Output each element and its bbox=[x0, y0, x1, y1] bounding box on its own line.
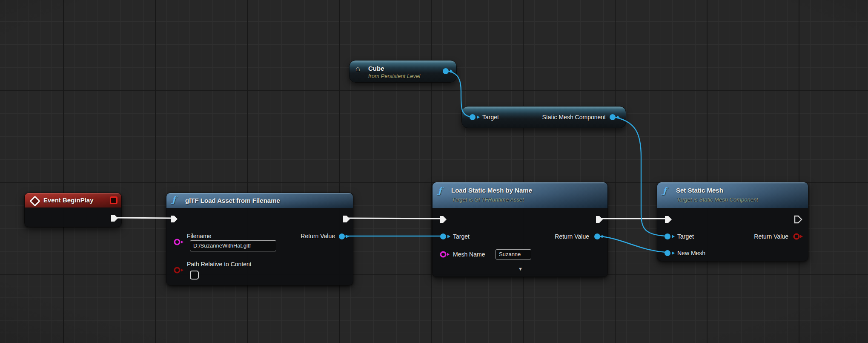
function-icon: ƒ bbox=[438, 185, 442, 196]
exec-out-pin[interactable] bbox=[109, 213, 120, 224]
collapse-arrow-icon[interactable]: ▼ bbox=[518, 266, 523, 272]
node-title: Cube bbox=[368, 64, 384, 73]
return-value-bool-pin[interactable] bbox=[793, 233, 805, 240]
node-cube-reference[interactable]: ⌂ Cube from Persistent Level bbox=[349, 60, 457, 83]
return-value-label: Return Value bbox=[301, 232, 335, 240]
return-value-pin[interactable] bbox=[594, 233, 606, 240]
node-title: Event BeginPlay bbox=[43, 196, 94, 205]
exec-in-pin[interactable] bbox=[168, 213, 179, 225]
function-icon: ƒ bbox=[663, 185, 667, 196]
function-node-header: ƒ Set Static Mesh Target is Static Mesh … bbox=[657, 182, 808, 208]
path-relative-bool-pin[interactable] bbox=[174, 266, 186, 274]
wire-layer bbox=[0, 0, 868, 343]
component-value-label: Static Mesh Component bbox=[542, 113, 606, 121]
function-node-header: ƒ glTF Load Asset from Filename bbox=[166, 193, 353, 208]
node-subtitle: Target is Static Mesh Component bbox=[676, 196, 758, 204]
component-out-pin[interactable] bbox=[609, 113, 621, 121]
new-mesh-pin[interactable] bbox=[664, 249, 676, 257]
delegate-pin[interactable] bbox=[110, 196, 117, 204]
node-title: glTF Load Asset from Filename bbox=[185, 196, 280, 205]
wire-exec-gltf-to-loadmesh[interactable] bbox=[346, 218, 442, 219]
mesh-name-string-pin[interactable] bbox=[440, 251, 452, 258]
exec-in-pin[interactable] bbox=[662, 214, 673, 225]
event-diamond-icon bbox=[29, 196, 40, 206]
return-value-label: Return Value bbox=[555, 233, 589, 240]
return-value-label: Return Value bbox=[754, 233, 788, 240]
return-value-pin[interactable] bbox=[338, 233, 350, 240]
node-title: Load Static Mesh by Name bbox=[451, 186, 532, 195]
new-mesh-label: New Mesh bbox=[677, 249, 705, 257]
node-title: Set Static Mesh bbox=[676, 186, 723, 195]
exec-out-pin[interactable] bbox=[792, 214, 803, 225]
cube-output-pin[interactable] bbox=[442, 67, 454, 75]
node-set-static-mesh[interactable]: ƒ Set Static Mesh Target is Static Mesh … bbox=[657, 182, 808, 261]
target-in-pin[interactable] bbox=[469, 113, 481, 121]
target-pin-label: Target bbox=[453, 233, 470, 240]
node-subtitle: Target is Gl TFRuntime Asset bbox=[452, 196, 524, 204]
level-actor-icon: ⌂ bbox=[355, 64, 360, 73]
wire-exec-beginplay-to-gltf[interactable] bbox=[114, 218, 173, 218]
blueprint-graph-canvas[interactable]: Event BeginPlay ƒ glTF Load Asset from F… bbox=[0, 0, 868, 343]
target-pin[interactable] bbox=[440, 233, 452, 240]
path-relative-label: Path Relative to Content bbox=[187, 260, 252, 268]
target-pin-label: Target bbox=[482, 113, 499, 121]
function-node-header: ƒ Load Static Mesh by Name Target is Gl … bbox=[433, 182, 607, 208]
exec-in-pin[interactable] bbox=[437, 214, 448, 225]
exec-out-pin[interactable] bbox=[593, 214, 604, 225]
filename-pin-label: Filename bbox=[187, 232, 212, 240]
node-event-beginplay[interactable]: Event BeginPlay bbox=[24, 193, 122, 227]
target-pin-label: Target bbox=[677, 233, 694, 240]
node-get-static-mesh-component[interactable]: Target Static Mesh Component bbox=[461, 106, 626, 128]
filename-string-pin[interactable] bbox=[174, 238, 186, 246]
target-pin[interactable] bbox=[664, 233, 676, 240]
event-node-header: Event BeginPlay bbox=[25, 193, 121, 208]
node-subtitle: from Persistent Level bbox=[368, 72, 420, 80]
exec-out-pin[interactable] bbox=[341, 213, 352, 225]
canvas-vignette bbox=[0, 0, 868, 343]
path-relative-checkbox[interactable] bbox=[190, 271, 199, 280]
filename-input[interactable]: D:/SuzanneWithHat.gltf bbox=[190, 240, 276, 251]
node-load-static-mesh-by-name[interactable]: ƒ Load Static Mesh by Name Target is Gl … bbox=[432, 182, 608, 277]
node-gltf-load-asset-from-filename[interactable]: ƒ glTF Load Asset from Filename Filename… bbox=[166, 193, 353, 285]
mesh-name-input[interactable]: Suzanne bbox=[496, 249, 531, 259]
mesh-name-label: Mesh Name bbox=[453, 251, 485, 258]
function-icon: ƒ bbox=[172, 194, 176, 205]
